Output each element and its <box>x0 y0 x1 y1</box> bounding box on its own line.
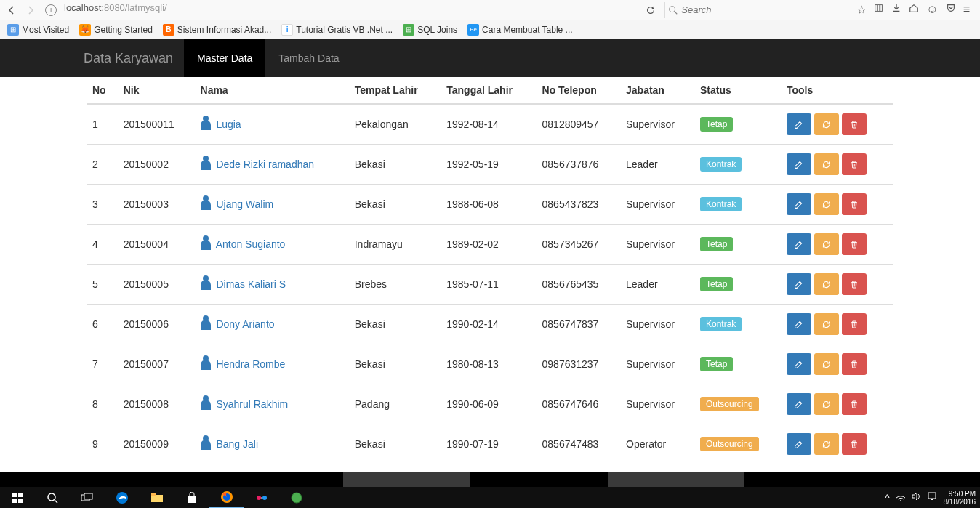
file-explorer-icon[interactable] <box>140 487 174 508</box>
th-telp: No Telepon <box>537 77 620 104</box>
employee-link[interactable]: Hendra Rombe <box>201 358 286 370</box>
edit-button[interactable] <box>787 153 811 175</box>
employee-link[interactable]: Dede Rizki ramadhan <box>201 158 315 170</box>
delete-button[interactable] <box>842 353 867 375</box>
cell-tempat: Bekasi <box>349 344 441 384</box>
delete-button[interactable] <box>842 393 867 415</box>
refresh-button[interactable] <box>814 313 839 335</box>
library-icon[interactable] <box>874 3 884 17</box>
cell-jabatan: Supervisor <box>620 185 694 225</box>
main-container: No Nik Nama Tempat Lahir Tanggal Lahir N… <box>76 77 904 508</box>
edit-button[interactable] <box>787 113 811 135</box>
tray-network-icon[interactable] <box>896 492 906 503</box>
delete-button[interactable] <box>842 193 867 215</box>
employee-link[interactable]: Lugia <box>201 118 241 130</box>
cell-no: 1 <box>87 104 118 145</box>
tray-volume-icon[interactable] <box>912 492 922 503</box>
cell-nik: 20150007 <box>118 344 195 384</box>
bookmark-getting-started[interactable]: 🦊Getting Started <box>79 24 153 36</box>
delete-button[interactable] <box>842 313 867 335</box>
firefox-icon[interactable] <box>209 487 244 508</box>
edit-button[interactable] <box>787 193 811 215</box>
app-icon-2[interactable] <box>279 487 314 508</box>
status-badge: Tetap <box>700 277 733 291</box>
forward-button[interactable] <box>23 3 38 17</box>
cell-tgl: 1990-06-09 <box>441 384 536 424</box>
cell-jabatan: Supervisor <box>620 344 694 384</box>
bookmark-tutorial-vb[interactable]: iTutorial Gratis VB .Net ... <box>281 24 393 36</box>
status-badge: Tetap <box>700 237 733 251</box>
edit-button[interactable] <box>787 233 811 255</box>
browser-toolbar: i localhost:8080/latmysqli/ ☆ ☺ ≡ <box>0 0 980 20</box>
refresh-button[interactable] <box>814 433 839 455</box>
cell-tools <box>781 104 893 145</box>
start-button[interactable] <box>0 487 35 508</box>
table-row: 3 20150003 Ujang Walim Bekasi 1988-06-08… <box>87 185 893 225</box>
employee-link[interactable]: Ujang Walim <box>201 198 274 210</box>
delete-button[interactable] <box>842 113 867 135</box>
edit-button[interactable] <box>787 353 811 375</box>
cell-jabatan: Supervisor <box>620 104 694 145</box>
nav-tambah-data[interactable]: Tambah Data <box>265 39 352 77</box>
home-icon[interactable] <box>909 3 919 17</box>
delete-button[interactable] <box>842 433 867 455</box>
employee-link[interactable]: Bang Jali <box>201 438 258 450</box>
edit-button[interactable] <box>787 393 811 415</box>
edit-button[interactable] <box>787 313 811 335</box>
navbar: Data Karyawan Master Data Tambah Data <box>0 39 980 77</box>
edit-button[interactable] <box>787 433 811 455</box>
smile-icon[interactable]: ☺ <box>926 3 938 17</box>
tray-action-center-icon[interactable] <box>928 492 936 503</box>
refresh-button[interactable] <box>814 393 839 415</box>
task-view[interactable] <box>70 487 105 508</box>
delete-button[interactable] <box>842 273 867 295</box>
bookmark-most-visited[interactable]: ⊞Most Visited <box>7 24 69 36</box>
refresh-button[interactable] <box>814 193 839 215</box>
employee-link[interactable]: Dony Arianto <box>201 318 275 330</box>
star-icon[interactable]: ☆ <box>856 3 867 17</box>
taskbar-clock[interactable]: 9:50 PM 8/18/2016 <box>944 490 976 506</box>
brand[interactable]: Data Karyawan <box>73 39 184 77</box>
refresh-button[interactable] <box>814 353 839 375</box>
employee-link[interactable]: Anton Sugianto <box>201 238 286 250</box>
svg-rect-16 <box>188 496 196 503</box>
back-button[interactable] <box>4 3 19 17</box>
menu-icon[interactable]: ≡ <box>963 3 970 17</box>
download-icon[interactable] <box>891 3 901 17</box>
nav-master-data[interactable]: Master Data <box>184 39 265 77</box>
delete-button[interactable] <box>842 153 867 175</box>
cell-jabatan: Leader <box>620 145 694 185</box>
pocket-icon[interactable] <box>946 3 956 17</box>
search-input[interactable] <box>681 4 843 15</box>
cortana-search[interactable] <box>35 487 70 508</box>
search-box[interactable] <box>664 2 846 18</box>
bookmark-sistem[interactable]: BSistem Informasi Akad... <box>163 24 271 36</box>
cell-tgl: 1990-07-19 <box>441 424 536 464</box>
cell-no: 9 <box>87 424 118 464</box>
bookmark-sql-joins[interactable]: ⊞SQL Joins <box>403 24 457 36</box>
person-icon <box>201 240 211 250</box>
employee-link[interactable]: Dimas Kaliari S <box>201 278 286 290</box>
app-icon-1[interactable] <box>244 487 279 508</box>
cell-tools <box>781 265 893 305</box>
tray-chevron-icon[interactable]: ^ <box>885 492 889 503</box>
refresh-button[interactable] <box>814 233 839 255</box>
reload-button[interactable] <box>646 5 660 15</box>
edge-icon[interactable] <box>105 487 140 508</box>
delete-button[interactable] <box>842 233 867 255</box>
store-icon[interactable] <box>174 487 209 508</box>
identity-icon[interactable]: i <box>45 4 57 16</box>
employee-link[interactable]: Syahrul Rakhim <box>201 398 289 410</box>
refresh-button[interactable] <box>814 113 839 135</box>
svg-rect-15 <box>151 493 156 496</box>
edit-button[interactable] <box>787 273 811 295</box>
bookmark-cara-membuat[interactable]: BeCara Membuat Table ... <box>467 24 573 36</box>
refresh-button[interactable] <box>814 153 839 175</box>
th-tgl: Tanggal Lahir <box>441 77 536 104</box>
th-tempat: Tempat Lahir <box>349 77 441 104</box>
cell-telp: 0856747837 <box>537 305 620 344</box>
refresh-button[interactable] <box>814 273 839 295</box>
cell-nama: Dede Rizki ramadhan <box>195 145 349 185</box>
url-bar[interactable]: localhost:8080/latmysqli/ <box>61 2 619 18</box>
system-tray[interactable]: ^ <box>885 492 936 503</box>
